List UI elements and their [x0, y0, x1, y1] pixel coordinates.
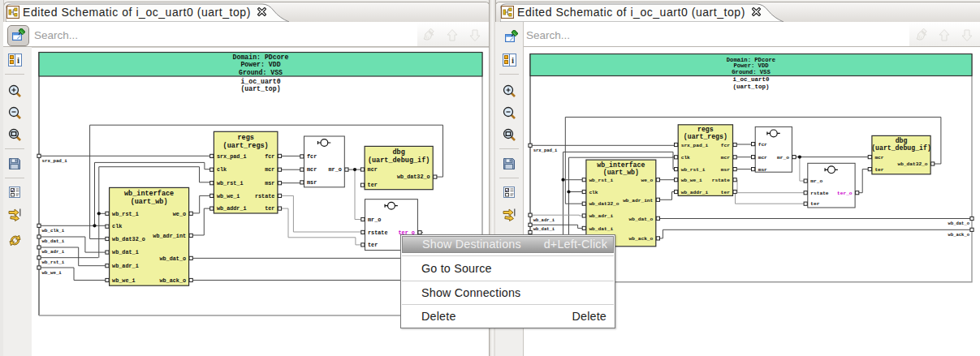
svg-text:wb_dat_o: wb_dat_o	[159, 255, 186, 262]
svg-text:wb_dat32_o: wb_dat32_o	[897, 161, 927, 167]
svg-text:we_o: we_o	[641, 178, 653, 183]
svg-text:fcr: fcr	[307, 153, 317, 160]
svg-text:wb_we_i: wb_we_i	[681, 178, 702, 183]
svg-text:wb_ack_o: wb_ack_o	[948, 232, 970, 238]
svg-text:clk: clk	[589, 190, 598, 195]
svg-text:mcr: mcr	[265, 166, 274, 173]
svg-text:Domain: PDcore: Domain: PDcore	[233, 54, 289, 61]
svg-text:fcr: fcr	[758, 142, 767, 148]
svg-text:Power: VDD: Power: VDD	[733, 62, 769, 69]
svg-text:wb_dat_i: wb_dat_i	[42, 238, 65, 244]
svg-text:rstate: rstate	[255, 193, 274, 199]
svg-text:clk: clk	[112, 223, 122, 229]
svg-text:(uart_wb): (uart_wb)	[131, 198, 168, 206]
svg-text:wb_adr_int: wb_adr_int	[153, 233, 186, 239]
svg-text:ter: ter	[810, 201, 819, 207]
svg-text:msr: msr	[721, 167, 730, 173]
svg-text:mcr: mcr	[307, 166, 317, 173]
svg-text:ter_o: ter_o	[837, 191, 853, 196]
svg-text:ter: ter	[721, 190, 730, 195]
svg-text:(uart_debug_if): (uart_debug_if)	[871, 144, 931, 152]
svg-text:mr_o: mr_o	[810, 178, 822, 184]
svg-text:(uart_debug_if): (uart_debug_if)	[368, 157, 430, 165]
svg-text:rstate: rstate	[368, 229, 387, 236]
svg-text:fcr: fcr	[721, 143, 730, 148]
svg-text:dbg: dbg	[896, 137, 908, 144]
svg-text:wb_rst_i: wb_rst_i	[112, 211, 139, 217]
svg-text:wb_dat_i: wb_dat_i	[533, 226, 555, 232]
svg-text:i_oc_uart0: i_oc_uart0	[240, 78, 280, 85]
svg-text:regs: regs	[697, 126, 714, 133]
svg-text:wb_dat_i: wb_dat_i	[112, 249, 139, 255]
svg-text:msr: msr	[307, 179, 317, 186]
svg-text:mcr: mcr	[874, 155, 883, 161]
svg-text:ter: ter	[368, 182, 378, 188]
svg-text:(uart_top): (uart_top)	[732, 84, 769, 90]
svg-text:Power: VDD: Power: VDD	[240, 61, 280, 68]
svg-text:rstate: rstate	[810, 191, 829, 196]
svg-text:regs: regs	[237, 134, 253, 142]
svg-text:(uart_regs): (uart_regs)	[684, 133, 727, 140]
svg-text:wb_adr_i: wb_adr_i	[112, 263, 139, 269]
svg-text:wb_rst_i: wb_rst_i	[42, 259, 65, 265]
svg-text:wb_ack_o: wb_ack_o	[159, 277, 186, 284]
svg-text:mcr: mcr	[368, 166, 378, 173]
svg-text:mcr: mcr	[758, 155, 767, 161]
svg-text:ter: ter	[265, 205, 274, 212]
svg-text:msr: msr	[758, 167, 767, 173]
svg-text:wb_clk_i: wb_clk_i	[42, 228, 65, 234]
svg-text:(uart_top): (uart_top)	[240, 85, 280, 92]
svg-text:(uart_regs): (uart_regs)	[223, 142, 269, 150]
svg-text:mr_o: mr_o	[368, 217, 381, 223]
svg-text:clk: clk	[681, 155, 690, 161]
svg-text:wb_ack_o: wb_ack_o	[629, 236, 654, 242]
svg-text:we_o: we_o	[173, 211, 186, 217]
svg-text:wb_rst_i: wb_rst_i	[589, 178, 613, 183]
svg-text:wb_addr_i: wb_addr_i	[217, 205, 247, 212]
svg-text:wb_dat_i: wb_dat_i	[589, 226, 613, 232]
svg-text:wb_dat32_o: wb_dat32_o	[112, 236, 145, 242]
svg-text:wb_dat_o: wb_dat_o	[629, 217, 654, 222]
svg-text:wb_rst_i: wb_rst_i	[217, 180, 244, 187]
svg-text:ter: ter	[874, 167, 883, 173]
svg-text:wb_we_i: wb_we_i	[42, 270, 63, 276]
svg-text:mr_o: mr_o	[328, 166, 341, 173]
svg-text:(uart_wb): (uart_wb)	[603, 169, 639, 176]
svg-text:fcr: fcr	[265, 153, 274, 160]
svg-text:srx_pad_i: srx_pad_i	[217, 153, 247, 160]
svg-text:wb_adr_i: wb_adr_i	[533, 217, 555, 223]
svg-text:wb_we_i: wb_we_i	[112, 277, 136, 284]
svg-text:wb_adr_i: wb_adr_i	[42, 249, 65, 255]
svg-text:wb_addr_i: wb_addr_i	[681, 190, 709, 195]
svg-text:Ground: VSS: Ground: VSS	[732, 69, 771, 75]
svg-text:ter: ter	[368, 242, 378, 248]
svg-text:mcr: mcr	[721, 155, 730, 161]
svg-text:srx_pad_i: srx_pad_i	[533, 148, 558, 153]
svg-text:rstate: rstate	[712, 178, 731, 183]
svg-text:mr_o: mr_o	[777, 155, 789, 161]
svg-text:Ground: VSS: Ground: VSS	[239, 69, 283, 76]
svg-text:srx_pad_i: srx_pad_i	[681, 143, 709, 148]
svg-text:i_oc_uart0: i_oc_uart0	[732, 76, 770, 83]
svg-text:wb_rst_i: wb_rst_i	[681, 167, 706, 173]
svg-text:wb_interface: wb_interface	[124, 190, 174, 198]
svg-text:clk: clk	[217, 166, 227, 173]
svg-text:wb_adr_int: wb_adr_int	[623, 198, 653, 204]
svg-text:wb_dat32_o: wb_dat32_o	[397, 174, 430, 180]
svg-text:wb_interface: wb_interface	[597, 161, 645, 169]
svg-text:wb_dat32_o: wb_dat32_o	[589, 201, 619, 207]
svg-text:wb_adr_i: wb_adr_i	[589, 213, 613, 219]
svg-text:srx_pad_i: srx_pad_i	[42, 158, 68, 164]
svg-text:dbg: dbg	[392, 148, 404, 157]
svg-text:wb_dat_o: wb_dat_o	[948, 221, 970, 226]
svg-text:wb_we_i: wb_we_i	[217, 193, 240, 199]
svg-text:msr: msr	[265, 180, 274, 187]
